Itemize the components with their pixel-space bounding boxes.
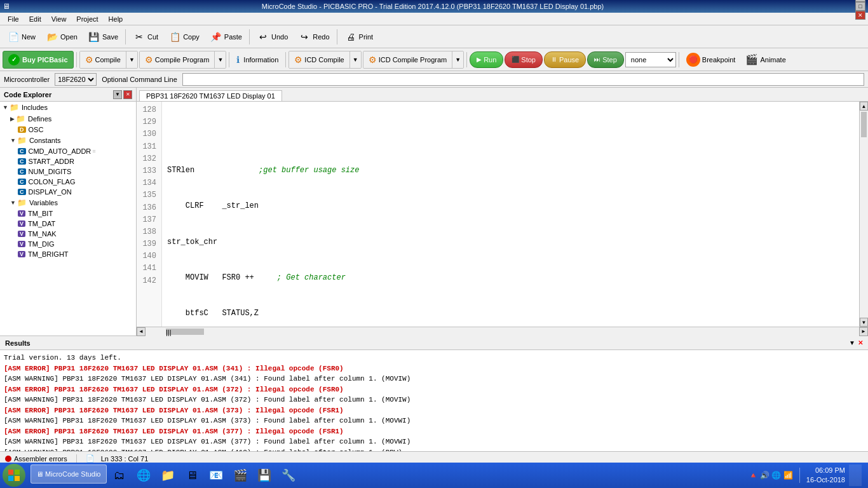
sidebar-item-constants[interactable]: ▼ 📁 Constants xyxy=(0,135,136,146)
buy-icon: ✓ xyxy=(8,54,20,65)
code-tab-main[interactable]: PBP31 18F2620 TM1637 LED Display 01 xyxy=(139,90,282,101)
compile-button[interactable]: ⚙ Compile xyxy=(80,51,126,68)
print-button[interactable]: 🖨 Print xyxy=(340,28,378,46)
sidebar-item-tm-nak[interactable]: V TM_NAK xyxy=(0,229,136,239)
taskbar-icon-3[interactable]: 📁 xyxy=(156,464,179,486)
menu-file[interactable]: File xyxy=(3,14,24,24)
menu-view[interactable]: View xyxy=(46,14,72,24)
line-num-135: 135 xyxy=(139,189,156,201)
start-button[interactable] xyxy=(3,464,25,487)
icd-compile-dropdown[interactable]: ▼ xyxy=(350,51,361,68)
taskbar-icon-6[interactable]: 🎬 xyxy=(229,464,252,486)
maximize-button[interactable]: □ xyxy=(855,2,865,11)
constant-badge: C xyxy=(18,168,26,175)
compile-program-dropdown[interactable]: ▼ xyxy=(215,51,226,68)
redo-button[interactable]: ↪ Redo xyxy=(294,28,334,46)
taskbar-icon-2[interactable]: 🌐 xyxy=(132,464,155,486)
right-scrollbar[interactable]: ▲ ▼ xyxy=(859,102,868,327)
scroll-up-arrow[interactable]: ▲ xyxy=(860,102,868,111)
new-button[interactable]: 📄 New xyxy=(3,28,40,46)
position-text: Ln 333 : Col 71 xyxy=(101,455,149,463)
compile-dropdown[interactable]: ▼ xyxy=(126,51,137,68)
show-desktop-button[interactable] xyxy=(849,464,862,486)
sidebar-item-tm-dig[interactable]: V TM_DIG xyxy=(0,239,136,249)
buy-picbasic-button[interactable]: ✓ Buy PICBasic xyxy=(3,51,74,69)
undo-button[interactable]: ↩ Undo xyxy=(252,28,292,46)
icd-compile-program-button[interactable]: ⚙ ICD Compile Program xyxy=(363,51,453,68)
sys-tray-icons: 🔺 🔊 🌐 📶 xyxy=(749,471,793,480)
stop-button[interactable]: ⬛ Stop xyxy=(505,51,543,68)
sidebar-item-start-addr[interactable]: C START_ADDR xyxy=(0,156,136,166)
sidebar-item-variables[interactable]: ▼ 📁 Variables xyxy=(0,197,136,208)
num-digits-label: NUM_DIGITS xyxy=(29,168,72,175)
menu-project[interactable]: Project xyxy=(71,14,103,24)
start-addr-label: START_ADDR xyxy=(29,158,74,165)
taskbar-icon-5[interactable]: 📧 xyxy=(205,464,227,486)
sidebar-item-osc[interactable]: D OSC xyxy=(0,125,136,135)
bottom-scrollbar[interactable]: ◄ ||| ► xyxy=(137,327,868,336)
close-button[interactable]: ✕ xyxy=(855,11,865,20)
sidebar-close-button[interactable]: ✕ xyxy=(123,90,132,99)
none-select[interactable]: none xyxy=(625,52,676,67)
taskbar-clock[interactable]: 06:09 PM 16-Oct-2018 xyxy=(806,466,845,485)
cut-button[interactable]: ✂ Cut xyxy=(128,28,163,46)
open-button[interactable]: 📂 Open xyxy=(41,28,82,46)
results-content: Trial version. 13 days left. [ASM ERROR]… xyxy=(0,350,868,451)
copy-button[interactable]: 📋 Copy xyxy=(164,28,204,46)
line-num-129: 129 xyxy=(139,116,156,128)
run-button[interactable]: ▶ Run xyxy=(470,51,503,68)
information-button[interactable]: ℹ Information xyxy=(232,51,283,69)
sidebar-dropdown-button[interactable]: ▼ xyxy=(113,90,122,99)
sidebar-item-display-on[interactable]: C DISPLAY_ON xyxy=(0,187,136,197)
new-icon: 📄 xyxy=(7,30,20,43)
windows-logo xyxy=(8,469,20,482)
sidebar-item-colon-flag[interactable]: C COLON_FLAG xyxy=(0,177,136,187)
results-dropdown[interactable]: ▼ xyxy=(849,339,855,346)
paste-button[interactable]: 📌 Paste xyxy=(205,28,247,46)
scroll-thumb[interactable] xyxy=(861,112,867,137)
taskbar-icon-1[interactable]: 🗂 xyxy=(108,464,131,486)
display-on-label: DISPLAY_ON xyxy=(29,188,72,196)
compile-program-button[interactable]: ⚙ Compile Program xyxy=(140,51,215,68)
sidebar-item-defines[interactable]: ▶ 📁 Defines xyxy=(0,113,136,125)
app-icon: 🖥 xyxy=(3,2,10,11)
icd-compile-button[interactable]: ⚙ ICD Compile xyxy=(289,51,349,68)
sidebar-item-tm-bright[interactable]: V TM_BRIGHT xyxy=(0,249,136,259)
sidebar-item-tm-dat[interactable]: V TM_DAT xyxy=(0,219,136,229)
microcontroller-select[interactable]: 18F2620 xyxy=(55,73,97,86)
expand-icon: ▼ xyxy=(10,200,16,206)
taskbar-icon-8[interactable]: 🔧 xyxy=(277,464,300,486)
results-close[interactable]: ✕ xyxy=(858,339,863,346)
sidebar-item-cmd-auto-addr[interactable]: C CMD_AUTO_ADDR ≡ xyxy=(0,146,136,156)
pause-button[interactable]: ⏸ Pause xyxy=(544,51,586,68)
code-text[interactable]: STRlen ;get buffer usage size CLRF _str_… xyxy=(162,102,859,327)
taskbar-items: 🖥 MicroCode Studio 🗂 🌐 📁 🖥 📧 🎬 💾 🔧 xyxy=(31,464,746,486)
scroll-right-arrow[interactable]: ► xyxy=(859,327,868,336)
sidebar-item-num-digits[interactable]: C NUM_DIGITS xyxy=(0,166,136,177)
scroll-track[interactable] xyxy=(860,111,868,318)
sidebar-item-tm-bit[interactable]: V TM_BIT xyxy=(0,208,136,219)
system-tray: 🔺 🔊 🌐 📶 06:09 PM 16-Oct-2018 xyxy=(749,464,865,486)
hscroll-track[interactable]: ||| xyxy=(146,327,859,336)
line-num-133: 133 xyxy=(139,165,156,177)
icd-compile-program-dropdown[interactable]: ▼ xyxy=(452,51,463,68)
taskbar-app-item[interactable]: 🖥 MicroCode Studio xyxy=(31,464,107,484)
taskbar-icon-4[interactable]: 🖥 xyxy=(180,464,203,486)
sidebar-item-includes[interactable]: ▼ 📁 Includes xyxy=(0,102,136,113)
result-line-8: [ASM WARNING] PBP31 18F2620 TM1637 LED D… xyxy=(4,437,864,447)
menu-edit[interactable]: Edit xyxy=(24,14,46,24)
open-icon: 📂 xyxy=(46,30,58,43)
step-button[interactable]: ⏭ Step xyxy=(587,51,624,68)
breakpoint-button[interactable]: 🛑 Breakpoint xyxy=(682,51,740,69)
hscroll-thumb[interactable]: ||| xyxy=(166,329,204,335)
code-editor[interactable]: 128 129 130 131 132 133 134 135 136 137 … xyxy=(137,102,868,327)
save-button[interactable]: 💾 Save xyxy=(83,28,123,46)
scroll-down-arrow[interactable]: ▼ xyxy=(860,318,868,327)
result-line-7: [ASM ERROR] PBP31 18F2620 TM1637 LED DIS… xyxy=(4,426,864,437)
sidebar-title: Code Explorer xyxy=(4,91,51,98)
scroll-left-arrow[interactable]: ◄ xyxy=(137,327,146,336)
optional-command-input[interactable] xyxy=(182,73,864,86)
menu-help[interactable]: Help xyxy=(104,14,128,24)
animate-button[interactable]: 🎬 Animate xyxy=(741,51,790,69)
taskbar-icon-7[interactable]: 💾 xyxy=(253,464,276,486)
